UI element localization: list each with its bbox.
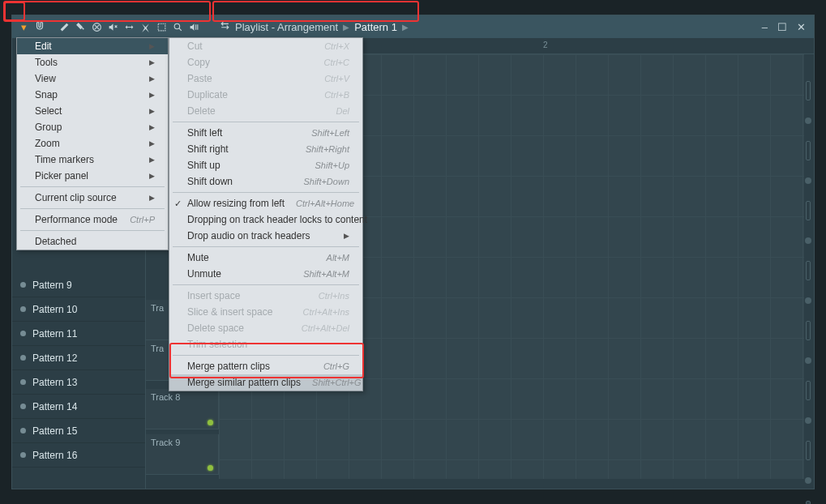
menu-item-label: Dropping on track header locks to conten… bbox=[187, 214, 367, 225]
menu-item-label: Performance mode bbox=[35, 214, 118, 225]
menu-item-view[interactable]: View▶ bbox=[17, 70, 168, 87]
sidebar-item-label: Pattern 14 bbox=[32, 401, 77, 412]
menu-item-merge-pattern-clips[interactable]: Merge pattern clipsCtrl+G bbox=[169, 358, 362, 374]
arrangement-icon[interactable] bbox=[220, 20, 230, 33]
sidebar-pattern-item[interactable]: Pattern 16 bbox=[12, 443, 145, 468]
menu-item-label: Unmute bbox=[187, 268, 292, 280]
slip-icon[interactable] bbox=[122, 20, 135, 33]
menu-item-label: Merge similar pattern clips bbox=[187, 377, 301, 388]
mute-icon[interactable] bbox=[106, 20, 119, 33]
menu-item-drop-lock[interactable]: Dropping on track header locks to conten… bbox=[169, 211, 362, 228]
pencil-icon[interactable] bbox=[58, 20, 71, 33]
slice-icon[interactable] bbox=[139, 20, 152, 33]
menu-item-shortcut: Ctrl+V bbox=[324, 74, 349, 83]
track-header[interactable]: Track 9 bbox=[146, 434, 219, 475]
menu-item-copy: CopyCtrl+C bbox=[169, 54, 362, 70]
track-enable-dot[interactable] bbox=[208, 465, 213, 471]
track-volume[interactable] bbox=[806, 141, 811, 160]
sidebar-pattern-item[interactable]: Pattern 10 bbox=[12, 297, 145, 322]
track-name: Tra bbox=[151, 303, 164, 313]
menu-item-shift-left[interactable]: Shift leftShift+Left bbox=[169, 125, 362, 141]
delete-icon[interactable] bbox=[90, 20, 103, 33]
menu-item-group[interactable]: Group▶ bbox=[17, 119, 168, 135]
sidebar-item-label: Pattern 13 bbox=[32, 377, 77, 388]
menu-item-current-clip-source[interactable]: Current clip source▶ bbox=[17, 190, 168, 206]
menu-item-drop-audio[interactable]: Drop audio on track headers▶ bbox=[169, 228, 362, 244]
playlist-main-menu: Edit▶Tools▶View▶Snap▶Select▶Group▶Zoom▶T… bbox=[16, 37, 169, 250]
track-knob[interactable] bbox=[805, 297, 811, 304]
menu-item-shortcut: Ctrl+G bbox=[323, 361, 349, 371]
maximize-button[interactable]: ☐ bbox=[777, 21, 787, 33]
menu-item-mute[interactable]: MuteAlt+M bbox=[169, 250, 362, 266]
track-controls-strip bbox=[804, 70, 812, 481]
menu-item-label: Drop audio on track headers bbox=[187, 230, 332, 241]
menu-item-shortcut: Ctrl+P bbox=[130, 215, 155, 224]
menu-item-label: Zoom bbox=[35, 138, 138, 149]
submenu-arrow-icon: ▶ bbox=[149, 91, 155, 99]
menu-item-label: Paste bbox=[187, 73, 313, 84]
track-knob[interactable] bbox=[805, 357, 811, 364]
menu-item-label: Tools bbox=[35, 57, 138, 68]
menu-item-time-markers[interactable]: Time markers▶ bbox=[17, 152, 168, 168]
menu-dropdown-icon[interactable]: ▾ bbox=[17, 20, 30, 33]
sidebar-item-label: Pattern 12 bbox=[32, 352, 77, 364]
sidebar-item-label: Pattern 15 bbox=[32, 425, 77, 437]
track-name: Track 9 bbox=[151, 438, 180, 447]
track-volume[interactable] bbox=[806, 381, 811, 400]
menu-item-label: Cut bbox=[187, 41, 313, 52]
sidebar-pattern-item[interactable]: Pattern 14 bbox=[12, 395, 145, 419]
track-volume[interactable] bbox=[806, 261, 811, 280]
menu-item-allow-resizing[interactable]: Allow resizing from leftCtrl+Alt+Home bbox=[169, 195, 362, 211]
menu-item-picker-panel[interactable]: Picker panel▶ bbox=[17, 168, 168, 184]
sidebar-pattern-item[interactable]: Pattern 9 bbox=[12, 273, 145, 297]
track-header[interactable]: Track 8 bbox=[146, 389, 219, 429]
menu-item-performance-mode[interactable]: Performance modeCtrl+P bbox=[17, 211, 168, 228]
menu-item-merge-similar-pattern-clips[interactable]: Merge similar pattern clipsShift+Ctrl+G bbox=[169, 374, 362, 391]
svg-rect-3 bbox=[195, 24, 196, 30]
submenu-arrow-icon: ▶ bbox=[149, 172, 155, 180]
menu-item-label: Detached bbox=[35, 236, 155, 247]
sidebar-pattern-item[interactable]: Pattern 13 bbox=[12, 370, 145, 395]
track-volume[interactable] bbox=[806, 321, 811, 340]
magnet-icon[interactable] bbox=[33, 20, 46, 33]
breadcrumb-app[interactable]: Playlist - Arrangement bbox=[235, 21, 338, 33]
track-volume[interactable] bbox=[806, 81, 811, 100]
sidebar-pattern-item[interactable]: Pattern 12 bbox=[12, 346, 145, 370]
playback-icon[interactable] bbox=[187, 20, 200, 33]
menu-item-select[interactable]: Select▶ bbox=[17, 103, 168, 119]
menu-item-zoom[interactable]: Zoom▶ bbox=[17, 135, 168, 152]
menu-item-delete: DeleteDel bbox=[169, 103, 362, 119]
menu-item-shortcut: Ctrl+X bbox=[324, 41, 349, 51]
menu-item-detached[interactable]: Detached bbox=[17, 233, 168, 250]
select-icon[interactable] bbox=[155, 20, 168, 33]
zoom-icon[interactable] bbox=[171, 20, 184, 33]
edit-submenu: CutCtrl+XCopyCtrl+CPasteCtrl+VDuplicateC… bbox=[169, 37, 363, 391]
sidebar-pattern-item[interactable]: Pattern 15 bbox=[12, 419, 145, 443]
menu-item-unmute[interactable]: UnmuteShift+Alt+M bbox=[169, 266, 362, 282]
menu-item-shortcut: Ctrl+Alt+Ins bbox=[303, 307, 349, 317]
track-knob[interactable] bbox=[805, 477, 811, 484]
track-volume[interactable] bbox=[806, 201, 811, 220]
menu-item-shift-down[interactable]: Shift downShift+Down bbox=[169, 173, 362, 190]
paint-icon[interactable] bbox=[74, 20, 87, 33]
breadcrumb-pattern[interactable]: Pattern 1 bbox=[354, 21, 397, 33]
track-volume[interactable] bbox=[806, 501, 811, 504]
track-enable-dot[interactable] bbox=[208, 420, 213, 425]
track-knob[interactable] bbox=[805, 417, 811, 424]
menu-item-shift-right[interactable]: Shift rightShift+Right bbox=[169, 141, 362, 157]
toolbar-icons: ▾ bbox=[12, 15, 205, 38]
track-knob[interactable] bbox=[805, 117, 811, 124]
close-button[interactable]: ✕ bbox=[797, 21, 806, 33]
menu-item-edit[interactable]: Edit▶ bbox=[17, 38, 168, 54]
menu-item-tools[interactable]: Tools▶ bbox=[17, 54, 168, 70]
track-knob[interactable] bbox=[805, 177, 811, 184]
menu-item-label: Delete space bbox=[187, 322, 290, 334]
minimize-button[interactable]: – bbox=[762, 21, 768, 33]
track-knob[interactable] bbox=[805, 237, 811, 244]
menu-item-shift-up[interactable]: Shift upShift+Up bbox=[169, 157, 362, 173]
menu-item-snap[interactable]: Snap▶ bbox=[17, 87, 168, 103]
sidebar-pattern-item[interactable]: Pattern 11 bbox=[12, 322, 145, 346]
menu-item-label: Trim selection bbox=[187, 339, 349, 350]
track-volume[interactable] bbox=[806, 441, 811, 460]
breadcrumb: Playlist - Arrangement ▶ Pattern 1 ▶ bbox=[205, 20, 409, 33]
